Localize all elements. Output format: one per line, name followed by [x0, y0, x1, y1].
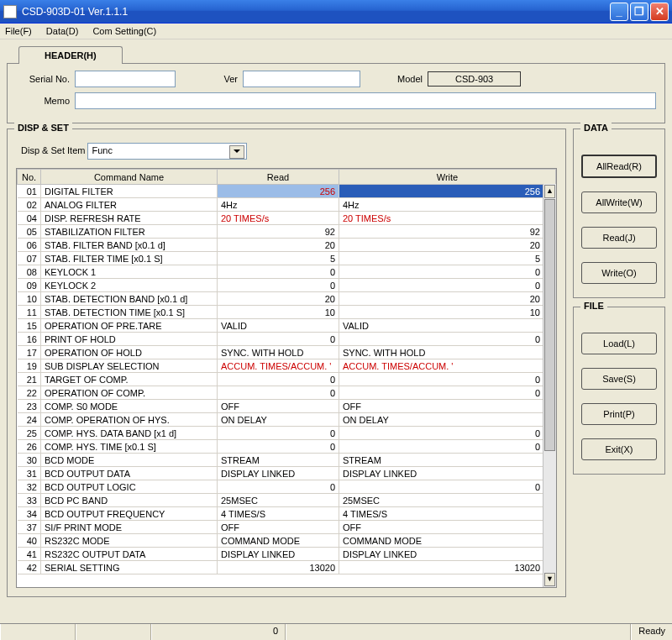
scrollbar[interactable]: ▲ ▼	[543, 184, 556, 587]
save-button[interactable]: Save(S)	[581, 368, 657, 390]
minimize-button[interactable]: _	[610, 3, 628, 21]
file-group-title: FILE	[580, 301, 607, 311]
table-row[interactable]: 37SI/F PRINT MODEOFFOFF	[18, 521, 556, 534]
data-group: DATA AllRead(R) AllWrite(W) Read(J) Writ…	[573, 129, 665, 298]
col-command[interactable]: Command Name	[41, 170, 218, 185]
menu-data[interactable]: Data(D)	[46, 26, 79, 36]
disp-set-item-combo[interactable]: Func	[87, 143, 247, 160]
table-row[interactable]: 40RS232C MODECOMMAND MODECOMMAND MODE	[18, 534, 556, 548]
disp-set-panel: DISP & SET Disp & Set Item Func No. Comm…	[7, 129, 566, 597]
menu-com-setting[interactable]: Com Setting(C)	[92, 26, 156, 36]
col-read[interactable]: Read	[218, 170, 339, 185]
table-row[interactable]: 08KEYLOCK 100	[18, 265, 556, 279]
table-row[interactable]: 23COMP. S0 MODEOFFOFF	[18, 400, 556, 413]
scroll-thumb[interactable]	[544, 199, 555, 451]
table-row[interactable]: 33BCD PC BAND25MSEC25MSEC	[18, 494, 556, 507]
table-row[interactable]: 09KEYLOCK 200	[18, 279, 556, 292]
app-icon	[3, 5, 17, 18]
command-table: No. Command Name Read Write 01DIGITAL FI…	[16, 168, 557, 588]
menu-file[interactable]: File(F)	[5, 26, 32, 36]
table-row[interactable]: 42SERIAL SETTING1302013020	[18, 561, 556, 574]
load-button[interactable]: Load(L)	[581, 333, 657, 354]
print-button[interactable]: Print(P)	[581, 403, 657, 425]
titlebar: CSD-903D-01 Ver.1.1.1 _ ❐ ✕	[0, 0, 672, 24]
tab-header[interactable]: HEADER(H)	[18, 46, 123, 64]
ver-input[interactable]	[243, 71, 360, 87]
allwrite-button[interactable]: AllWrite(W)	[581, 191, 657, 213]
table-row[interactable]: 30BCD MODESTREAMSTREAM	[18, 454, 556, 467]
menubar: File(F) Data(D) Com Setting(C)	[0, 24, 672, 39]
table-row[interactable]: 02ANALOG FILTER4Hz4Hz	[18, 198, 556, 212]
maximize-button[interactable]: ❐	[630, 3, 648, 21]
allread-button[interactable]: AllRead(R)	[581, 155, 657, 178]
status-ready: Ready	[631, 624, 672, 640]
table-row[interactable]: 11STAB. DETECTION TIME [x0.1 S]1010	[18, 306, 556, 319]
disp-set-title: DISP & SET	[14, 123, 72, 133]
serial-label: Serial No.	[16, 74, 75, 84]
table-row[interactable]: 21TARGET OF COMP.00	[18, 373, 556, 386]
header-panel: Serial No. Ver Model CSD-903 Memo	[7, 63, 665, 123]
table-row[interactable]: 22OPERATION OF COMP.00	[18, 386, 556, 400]
status-center: 0	[151, 624, 286, 640]
window-title: CSD-903D-01 Ver.1.1.1	[22, 6, 608, 18]
disp-set-item-label: Disp & Set Item	[21, 145, 85, 155]
table-row[interactable]: 04DISP. REFRESH RATE20 TIMES/s20 TIMES/s	[18, 212, 556, 225]
table-row[interactable]: 10STAB. DETECTION BAND [x0.1 d]2020	[18, 292, 556, 306]
table-row[interactable]: 41RS232C OUTPUT DATADISPLAY LINKEDDISPLA…	[18, 548, 556, 561]
table-row[interactable]: 06STAB. FILTER BAND [x0.1 d]2020	[18, 239, 556, 252]
col-write[interactable]: Write	[339, 170, 556, 185]
table-row[interactable]: 31BCD OUTPUT DATADISPLAY LINKEDDISPLAY L…	[18, 467, 556, 480]
scroll-down-icon[interactable]: ▼	[544, 573, 555, 586]
table-row[interactable]: 32BCD OUTPUT LOGIC00	[18, 480, 556, 494]
ver-label: Ver	[176, 74, 243, 84]
statusbar: 0 Ready	[0, 623, 672, 640]
table-row[interactable]: 19SUB DISPLAY SELECTIONACCUM. TIMES/ACCU…	[18, 359, 556, 373]
table-row[interactable]: 25COMP. HYS. DATA BAND [x1 d]00	[18, 427, 556, 440]
table-row[interactable]: 24COMP. OPERATION OF HYS.ON DELAYON DELA…	[18, 413, 556, 427]
file-group: FILE Load(L) Save(S) Print(P) Exit(X)	[573, 307, 665, 475]
data-group-title: DATA	[580, 123, 612, 133]
exit-button[interactable]: Exit(X)	[581, 438, 657, 460]
table-row[interactable]: 26COMP. HYS. TIME [x0.1 S]00	[18, 440, 556, 454]
memo-input[interactable]	[75, 92, 656, 109]
table-row[interactable]: 16PRINT OF HOLD00	[18, 333, 556, 346]
memo-label: Memo	[16, 96, 75, 106]
model-value: CSD-903	[428, 71, 521, 87]
write-button[interactable]: Write(O)	[581, 262, 657, 284]
scroll-up-icon[interactable]: ▲	[544, 185, 555, 198]
table-row[interactable]: 15OPERATION OF PRE.TAREVALIDVALID	[18, 319, 556, 333]
col-no[interactable]: No.	[18, 170, 41, 185]
table-row[interactable]: 05STABILIZATION FILTER9292	[18, 225, 556, 239]
serial-input[interactable]	[75, 71, 176, 87]
table-row[interactable]: 07STAB. FILTER TIME [x0.1 S]55	[18, 252, 556, 265]
table-row[interactable]: 01DIGITAL FILTER256256	[18, 185, 556, 198]
model-label: Model	[360, 74, 428, 84]
table-row[interactable]: 17OPERATION OF HOLDSYNC. WITH HOLDSYNC. …	[18, 346, 556, 359]
table-row[interactable]: 34BCD OUTPUT FREQUENCY4 TIMES/S4 TIMES/S	[18, 507, 556, 521]
read-button[interactable]: Read(J)	[581, 227, 657, 249]
close-button[interactable]: ✕	[650, 3, 669, 21]
